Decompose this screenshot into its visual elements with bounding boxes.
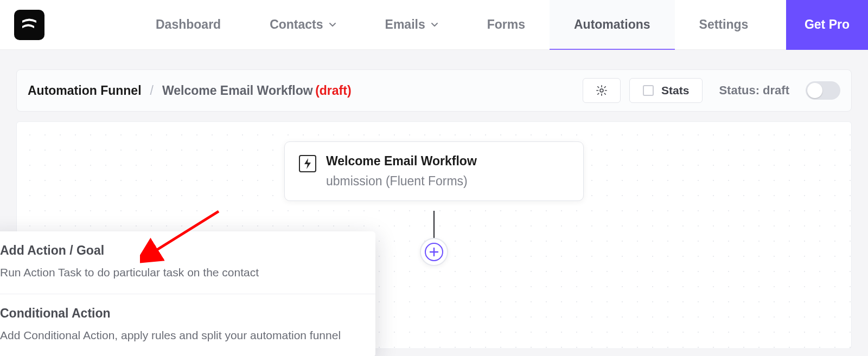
plus-icon: [429, 247, 439, 257]
top-nav: Dashboard Contacts Emails Forms Automati…: [0, 0, 868, 50]
stats-checkbox[interactable]: [643, 85, 654, 96]
app-logo[interactable]: [14, 10, 44, 40]
status-toggle[interactable]: [806, 81, 840, 100]
stats-label: Stats: [661, 84, 689, 97]
breadcrumb-workflow-name: Welcome Email Workflow: [162, 83, 313, 98]
add-step-flyout: Add Action / Goal Run Action Task to do …: [0, 231, 375, 356]
trigger-card[interactable]: Welcome Email Workflow ubmission (Fluent…: [284, 141, 584, 201]
trigger-title: Welcome Email Workflow: [326, 154, 477, 169]
get-pro-label: Get Pro: [805, 17, 850, 32]
nav-forms[interactable]: Forms: [463, 0, 550, 50]
svg-point-0: [600, 89, 603, 92]
nav-automations[interactable]: Automations: [550, 0, 675, 50]
chevron-down-icon: [329, 21, 336, 29]
lightning-icon: [303, 158, 312, 170]
logo-glyph-icon: [20, 16, 39, 34]
status-label: Status: draft: [719, 83, 789, 98]
flyout-item-desc: Add Conditional Action, apply rules and …: [0, 327, 360, 344]
trigger-icon-box: [299, 155, 316, 172]
breadcrumb-bar: Automation Funnel / Welcome Email Workfl…: [16, 69, 852, 112]
stats-toggle-button[interactable]: Stats: [629, 78, 703, 103]
nav-item-label: Automations: [574, 17, 650, 32]
flyout-item-title: Conditional Action: [0, 306, 360, 321]
breadcrumb-root[interactable]: Automation Funnel: [28, 83, 142, 98]
chevron-down-icon: [431, 21, 438, 29]
plus-icon-ring: [425, 243, 443, 261]
get-pro-button[interactable]: Get Pro: [786, 0, 868, 50]
nav-item-label: Forms: [487, 17, 525, 32]
breadcrumb: Automation Funnel / Welcome Email Workfl…: [28, 83, 574, 98]
nav-items: Dashboard Contacts Emails Forms Automati…: [131, 0, 773, 50]
nav-emails[interactable]: Emails: [361, 0, 463, 50]
nav-settings[interactable]: Settings: [675, 0, 773, 50]
page-body: Automation Funnel / Welcome Email Workfl…: [0, 50, 868, 356]
breadcrumb-draft-badge: (draft): [315, 83, 351, 98]
add-step-button[interactable]: [420, 238, 448, 266]
trigger-subtitle: ubmission (Fluent Forms): [326, 174, 477, 189]
gear-icon: [596, 85, 608, 96]
nav-item-label: Dashboard: [156, 17, 221, 32]
nav-contacts[interactable]: Contacts: [245, 0, 360, 50]
nav-item-label: Contacts: [270, 17, 323, 32]
nav-item-label: Emails: [385, 17, 425, 32]
breadcrumb-separator: /: [150, 83, 154, 98]
nav-dashboard[interactable]: Dashboard: [131, 0, 245, 50]
flyout-add-action-goal[interactable]: Add Action / Goal Run Action Task to do …: [0, 231, 375, 294]
flyout-item-title: Add Action / Goal: [0, 243, 360, 258]
nav-item-label: Settings: [699, 17, 749, 32]
toggle-knob: [807, 83, 822, 98]
flyout-conditional-action[interactable]: Conditional Action Add Conditional Actio…: [0, 294, 375, 356]
flyout-item-desc: Run Action Task to do particular task on…: [0, 264, 360, 281]
workflow-settings-button[interactable]: [583, 78, 621, 103]
